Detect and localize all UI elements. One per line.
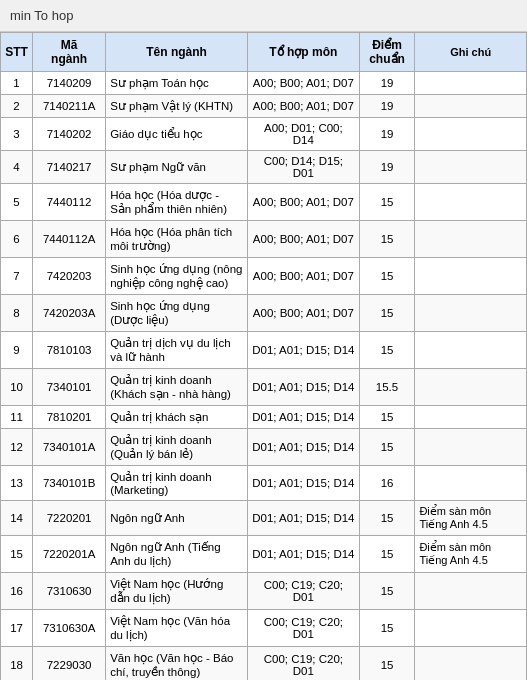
cell-diem: 15 <box>359 258 415 295</box>
cell-ma: 7140211A <box>33 95 106 118</box>
cell-ma: 7220201A <box>33 536 106 573</box>
table-row: 17 7310630A Việt Nam học (Văn hóa du lịc… <box>1 610 527 647</box>
cell-ma: 7140202 <box>33 118 106 151</box>
cell-ma: 7140209 <box>33 72 106 95</box>
cell-ghichu: Điểm sàn môn Tiếng Anh 4.5 <box>415 536 527 573</box>
cell-stt: 15 <box>1 536 33 573</box>
cell-diem: 15 <box>359 295 415 332</box>
cell-tohop: C00; C19; C20; D01 <box>248 610 360 647</box>
cell-ma: 7140217 <box>33 151 106 184</box>
cell-ma: 7310630A <box>33 610 106 647</box>
cell-ten: Hóa học (Hóa dược - Sản phẩm thiên nhiên… <box>106 184 248 221</box>
cell-tohop: D01; A01; D15; D14 <box>248 466 360 501</box>
cell-ma: 7440112 <box>33 184 106 221</box>
table-row: 18 7229030 Văn học (Văn học - Báo chí, t… <box>1 647 527 681</box>
cell-ten: Quản trị kinh doanh (Khách sạn - nhà hàn… <box>106 369 248 406</box>
cell-ten: Sinh học ứng dụng (Dược liệu) <box>106 295 248 332</box>
cell-stt: 2 <box>1 95 33 118</box>
col-header-diem: Điểm chuẩn <box>359 33 415 72</box>
cell-stt: 16 <box>1 573 33 610</box>
table-row: 12 7340101A Quản trị kinh doanh (Quản lý… <box>1 429 527 466</box>
table-row: 3 7140202 Giáo dục tiểu học A00; D01; C0… <box>1 118 527 151</box>
cell-tohop: D01; A01; D15; D14 <box>248 536 360 573</box>
cell-diem: 15.5 <box>359 369 415 406</box>
cell-ma: 7420203 <box>33 258 106 295</box>
cell-ghichu <box>415 573 527 610</box>
table-row: 5 7440112 Hóa học (Hóa dược - Sản phẩm t… <box>1 184 527 221</box>
cell-ten: Quản trị kinh doanh (Quản lý bán lẻ) <box>106 429 248 466</box>
cell-ghichu <box>415 151 527 184</box>
table-row: 1 7140209 Sư phạm Toán học A00; B00; A01… <box>1 72 527 95</box>
cell-diem: 19 <box>359 95 415 118</box>
main-table: STT Mãngành Tên ngành Tổ hợp môn Điểm ch… <box>0 32 527 680</box>
cell-diem: 15 <box>359 573 415 610</box>
cell-ghichu <box>415 429 527 466</box>
cell-stt: 9 <box>1 332 33 369</box>
cell-diem: 15 <box>359 332 415 369</box>
cell-stt: 10 <box>1 369 33 406</box>
cell-diem: 19 <box>359 151 415 184</box>
cell-ten: Hóa học (Hóa phân tích môi trường) <box>106 221 248 258</box>
cell-tohop: D01; A01; D15; D14 <box>248 332 360 369</box>
cell-tohop: A00; B00; A01; D07 <box>248 221 360 258</box>
col-header-ghichu: Ghi chú <box>415 33 527 72</box>
cell-tohop: D01; A01; D15; D14 <box>248 501 360 536</box>
cell-ghichu <box>415 258 527 295</box>
cell-ma: 7340101 <box>33 369 106 406</box>
cell-stt: 4 <box>1 151 33 184</box>
cell-stt: 18 <box>1 647 33 681</box>
header-text: min To hop <box>10 8 73 23</box>
table-row: 9 7810103 Quản trị dịch vụ du lịch và lữ… <box>1 332 527 369</box>
cell-stt: 7 <box>1 258 33 295</box>
cell-diem: 19 <box>359 72 415 95</box>
cell-stt: 17 <box>1 610 33 647</box>
cell-ma: 7340101B <box>33 466 106 501</box>
cell-ghichu <box>415 95 527 118</box>
cell-tohop: D01; A01; D15; D14 <box>248 369 360 406</box>
col-header-tohop: Tổ hợp môn <box>248 33 360 72</box>
table-row: 10 7340101 Quản trị kinh doanh (Khách sạ… <box>1 369 527 406</box>
table-row: 6 7440112A Hóa học (Hóa phân tích môi tr… <box>1 221 527 258</box>
table-header-row: STT Mãngành Tên ngành Tổ hợp môn Điểm ch… <box>1 33 527 72</box>
cell-diem: 15 <box>359 221 415 258</box>
cell-diem: 16 <box>359 466 415 501</box>
table-row: 15 7220201A Ngôn ngữ Anh (Tiếng Anh du l… <box>1 536 527 573</box>
cell-stt: 11 <box>1 406 33 429</box>
cell-ten: Quản trị khách sạn <box>106 406 248 429</box>
table-row: 8 7420203A Sinh học ứng dụng (Dược liệu)… <box>1 295 527 332</box>
cell-stt: 13 <box>1 466 33 501</box>
cell-diem: 15 <box>359 184 415 221</box>
cell-tohop: A00; B00; A01; D07 <box>248 95 360 118</box>
table-row: 13 7340101B Quản trị kinh doanh (Marketi… <box>1 466 527 501</box>
cell-stt: 3 <box>1 118 33 151</box>
cell-ma: 7420203A <box>33 295 106 332</box>
cell-diem: 15 <box>359 429 415 466</box>
cell-ma: 7810103 <box>33 332 106 369</box>
cell-ten: Quản trị dịch vụ du lịch và lữ hành <box>106 332 248 369</box>
cell-ma: 7340101A <box>33 429 106 466</box>
cell-ghichu <box>415 610 527 647</box>
cell-stt: 12 <box>1 429 33 466</box>
cell-ten: Ngôn ngữ Anh (Tiếng Anh du lịch) <box>106 536 248 573</box>
table-row: 7 7420203 Sinh học ứng dụng (nông nghiệp… <box>1 258 527 295</box>
cell-ten: Sư phạm Vật lý (KHTN) <box>106 95 248 118</box>
cell-ten: Việt Nam học (Văn hóa du lịch) <box>106 610 248 647</box>
cell-tohop: C00; D14; D15; D01 <box>248 151 360 184</box>
cell-ghichu <box>415 647 527 681</box>
cell-diem: 15 <box>359 501 415 536</box>
cell-ten: Quản trị kinh doanh (Marketing) <box>106 466 248 501</box>
cell-ghichu <box>415 295 527 332</box>
col-header-stt: STT <box>1 33 33 72</box>
table-row: 16 7310630 Việt Nam học (Hướng dẫn du lị… <box>1 573 527 610</box>
cell-tohop: A00; B00; A01; D07 <box>248 258 360 295</box>
cell-ghichu <box>415 184 527 221</box>
cell-ten: Ngôn ngữ Anh <box>106 501 248 536</box>
cell-stt: 14 <box>1 501 33 536</box>
cell-ghichu <box>415 118 527 151</box>
cell-ma: 7229030 <box>33 647 106 681</box>
header-bar: min To hop <box>0 0 527 32</box>
cell-ghichu <box>415 72 527 95</box>
cell-ma: 7810201 <box>33 406 106 429</box>
cell-stt: 1 <box>1 72 33 95</box>
cell-stt: 6 <box>1 221 33 258</box>
